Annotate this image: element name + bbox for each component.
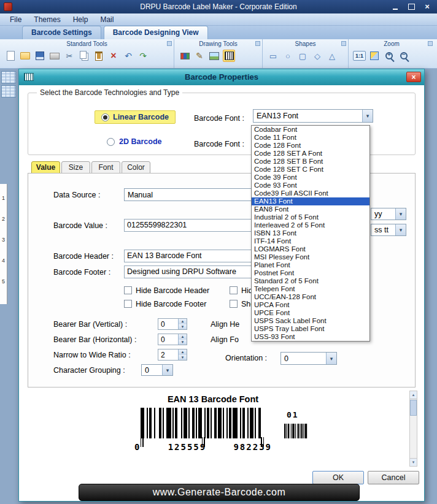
linear-barcode-radio[interactable]	[101, 113, 109, 121]
font-option[interactable]: Telepen Font	[252, 285, 369, 293]
new-document-icon[interactable]	[4, 50, 17, 62]
view-tab[interactable]: Barcode Designing View	[104, 26, 208, 39]
font-option[interactable]: Code 11 Font	[252, 134, 369, 142]
bearer-horizontal-stepper[interactable]: 0	[158, 334, 187, 345]
font-option[interactable]: Postnet Font	[252, 269, 369, 277]
linear-barcode-option[interactable]: Linear Barcode	[95, 110, 176, 124]
insert-image-icon[interactable]	[208, 50, 220, 62]
close-button[interactable]	[422, 2, 432, 11]
font-option[interactable]: UPCA Font	[252, 301, 369, 309]
font-option[interactable]: Code 128 SET B Font	[252, 158, 369, 166]
group-expand-icon[interactable]	[255, 41, 260, 46]
dropdown-arrow-icon[interactable]	[162, 365, 172, 375]
group-expand-icon[interactable]	[167, 41, 172, 46]
font-option[interactable]: USPS Tray Label Font	[252, 325, 369, 333]
orientation-combobox[interactable]: 0	[280, 352, 337, 365]
2d-barcode-radio[interactable]	[107, 138, 115, 146]
narrow-wide-stepper[interactable]: 2	[158, 349, 187, 361]
char-grouping-combobox[interactable]: 0	[141, 364, 173, 376]
barcode-font-combobox[interactable]: EAN13 Font	[253, 109, 373, 123]
group-expand-icon[interactable]	[428, 41, 433, 46]
2d-barcode-option[interactable]: 2D Barcode	[107, 137, 161, 146]
menu-item[interactable]: File	[5, 15, 26, 25]
font-option[interactable]: UPCE Font	[252, 309, 369, 317]
menu-item[interactable]: Themes	[29, 15, 65, 25]
scroll-down-icon[interactable]	[410, 458, 417, 466]
scroll-up-icon[interactable]	[410, 391, 417, 399]
minimize-button[interactable]	[390, 2, 400, 11]
preview-scrollbar[interactable]	[409, 391, 417, 467]
font-option[interactable]: USPS Sack Label Font	[252, 317, 369, 325]
font-option[interactable]: UCC/EAN-128 Font	[252, 293, 369, 301]
cut-icon[interactable]	[63, 50, 75, 62]
font-option[interactable]: Code 128 Font	[252, 142, 369, 150]
zoom-out-icon[interactable]	[398, 50, 410, 62]
font-option[interactable]: Code 128 SET C Font	[252, 166, 369, 174]
font-option[interactable]: MSI Plessey Font	[252, 253, 369, 261]
dropdown-arrow-icon[interactable]	[395, 208, 406, 220]
rounded-rectangle-shape-icon[interactable]: ▢	[296, 50, 309, 62]
property-tab[interactable]: Color	[122, 161, 150, 174]
scrollbar-thumb[interactable]	[410, 400, 417, 416]
hide-value-checkbox[interactable]	[230, 286, 238, 294]
group-expand-icon[interactable]	[341, 41, 346, 46]
zoom-fit-icon[interactable]	[368, 50, 381, 62]
dropdown-arrow-icon[interactable]	[326, 353, 336, 364]
hide-footer-checkbox[interactable]	[124, 300, 132, 308]
stepper-arrows-icon[interactable]	[178, 334, 187, 345]
font-option[interactable]: EAN8 Font	[252, 205, 369, 213]
grid-tool-icon[interactable]	[1, 71, 16, 83]
font-option[interactable]: ITF-14 Font	[252, 237, 369, 245]
property-tab[interactable]: Value	[31, 161, 60, 174]
diamond-shape-icon[interactable]: ◇	[311, 50, 323, 62]
menu-item[interactable]: Mail	[95, 15, 118, 25]
zoom-ratio-icon[interactable]: 1:1	[353, 51, 366, 61]
time-format-combobox-partial[interactable]: ss tt	[371, 224, 406, 236]
barcode-header-input[interactable]: EAN 13 Barcode Font	[124, 250, 265, 262]
stepper-arrows-icon[interactable]	[178, 319, 187, 329]
print-icon[interactable]	[48, 50, 61, 62]
paste-icon[interactable]	[93, 50, 105, 62]
redo-icon[interactable]	[137, 50, 149, 62]
dialog-close-button[interactable]	[406, 72, 421, 82]
font-option[interactable]: Codabar Font	[252, 126, 369, 134]
zoom-in-icon[interactable]	[383, 50, 395, 62]
barcode-footer-input[interactable]: Designed using DRPU Software	[124, 265, 265, 278]
rectangle-shape-icon[interactable]: ▭	[267, 50, 279, 62]
delete-icon[interactable]	[107, 50, 120, 62]
font-option[interactable]: Planet Font	[252, 261, 369, 269]
data-source-combobox[interactable]: Manual	[124, 188, 265, 201]
font-option[interactable]: Interleaved 2 of 5 Font	[252, 221, 369, 229]
ok-button[interactable]: OK	[312, 471, 364, 484]
font-option[interactable]: EAN13 Font	[252, 197, 369, 205]
hide-header-checkbox[interactable]	[124, 286, 132, 294]
stepper-arrows-icon[interactable]	[178, 349, 187, 360]
view-tab[interactable]: Barcode Settings	[22, 26, 101, 39]
property-tab[interactable]: Font	[91, 161, 120, 174]
barcode-tool-icon[interactable]	[223, 50, 235, 62]
dropdown-arrow-icon[interactable]	[395, 224, 406, 235]
font-option[interactable]: LOGMARS Font	[252, 245, 369, 253]
open-folder-icon[interactable]	[19, 50, 31, 62]
dropdown-arrow-icon[interactable]	[362, 110, 373, 122]
bearer-vertical-stepper[interactable]: 0	[158, 318, 187, 330]
maximize-button[interactable]	[406, 2, 416, 11]
pencil-icon[interactable]	[193, 50, 206, 62]
font-option[interactable]: Standard 2 of 5 Font	[252, 277, 369, 285]
font-option[interactable]: Code 39 Font	[252, 174, 369, 181]
undo-icon[interactable]	[122, 50, 134, 62]
font-option[interactable]: USS-93 Font	[252, 333, 369, 341]
barcode-value-input[interactable]: 01255599822301	[124, 219, 265, 232]
triangle-shape-icon[interactable]: △	[326, 50, 338, 62]
font-option[interactable]: Code 93 Font	[252, 181, 369, 189]
save-icon[interactable]	[34, 50, 46, 62]
fill-color-icon[interactable]	[179, 50, 191, 62]
menu-item[interactable]: Help	[68, 15, 93, 25]
font-option[interactable]: Industrial 2 of 5 Font	[252, 213, 369, 221]
property-tab[interactable]: Size	[61, 161, 90, 174]
date-format-combobox-partial[interactable]: yy	[371, 208, 406, 220]
font-option[interactable]: Code39 Full ASCII Font	[252, 189, 369, 197]
table-tool-icon[interactable]	[1, 85, 16, 97]
ellipse-shape-icon[interactable]: ○	[282, 50, 294, 62]
font-option[interactable]: Code 128 SET A Font	[252, 150, 369, 158]
